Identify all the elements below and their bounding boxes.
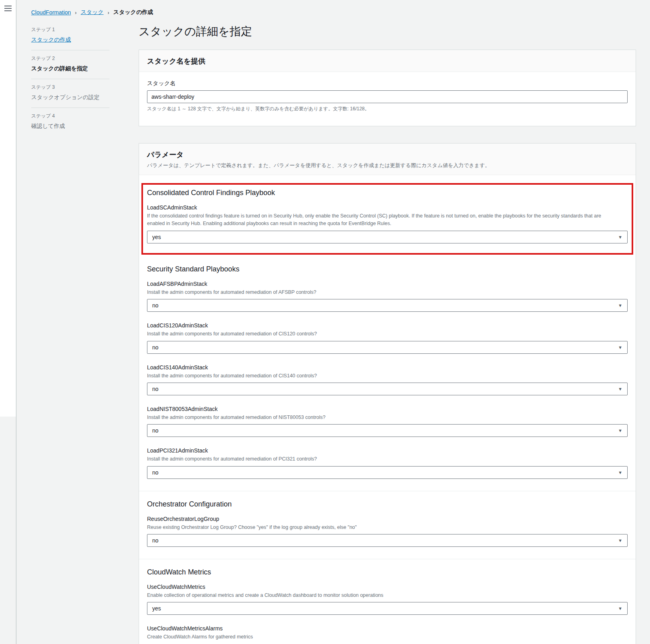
stack-name-panel-header: スタック名を提供: [139, 50, 636, 72]
step-2-label: ステップ 2: [31, 55, 109, 62]
group-heading-cloudwatch-metrics: CloudWatch Metrics: [147, 568, 628, 576]
param-field-ReuseOrchestratorLogGroup: ReuseOrchestratorLogGroupReuse existing …: [147, 516, 628, 547]
chevron-down-icon: ▼: [618, 235, 622, 239]
stack-name-panel-body: スタック名 aws-sharr-deploy スタック名は 1 ～ 128 文字…: [139, 72, 636, 126]
LoadCIS140AdminStack-select[interactable]: no▼: [147, 383, 628, 395]
breadcrumb-link-stacks[interactable]: スタック: [81, 9, 103, 16]
stack-name-panel-title: スタック名を提供: [147, 56, 628, 66]
page-content: CloudFormation › スタック › スタックの作成 ステップ 1 ス…: [16, 0, 650, 644]
breadcrumb-current: スタックの作成: [113, 9, 153, 16]
chevron-down-icon: ▼: [618, 428, 622, 433]
UseCloudWatchMetrics-description: Enable collection of operational metrics…: [147, 592, 612, 599]
param-field-UseCloudWatchMetricsAlarms: UseCloudWatchMetricsAlarmsCreate CloudWa…: [147, 625, 628, 644]
stack-name-helper-text: スタック名は 1 ～ 128 文字で、文字から始まり、英数字のみを含む必要があり…: [147, 106, 628, 112]
group-heading-consolidated-control-findings-playbook: Consolidated Control Findings Playbook: [147, 189, 628, 197]
parameters-panel-title: パラメータ: [147, 150, 628, 160]
LoadPCI321AdminStack-label: LoadPCI321AdminStack: [147, 447, 628, 454]
param-field-UseCloudWatchMetrics: UseCloudWatchMetricsEnable collection of…: [147, 584, 628, 615]
chevron-down-icon: ▼: [618, 387, 622, 391]
LoadPCI321AdminStack-select[interactable]: no▼: [147, 466, 628, 479]
chevron-down-icon: ▼: [618, 345, 622, 350]
LoadAFSBPAdminStack-label: LoadAFSBPAdminStack: [147, 281, 628, 287]
UseCloudWatchMetrics-selected-value: yes: [152, 605, 161, 612]
page-title: スタックの詳細を指定: [139, 22, 636, 50]
step-1-block: ステップ 1 スタックの作成: [31, 22, 109, 50]
ReuseOrchestratorLogGroup-description: Reuse existing Orchestrator Log Group? C…: [147, 524, 612, 531]
param-field-LoadNIST80053AdminStack: LoadNIST80053AdminStackInstall the admin…: [147, 406, 628, 437]
chevron-down-icon: ▼: [618, 303, 622, 308]
param-group-cloudwatch-metrics: CloudWatch MetricsUseCloudWatchMetricsEn…: [147, 568, 628, 644]
ReuseOrchestratorLogGroup-select[interactable]: no▼: [147, 534, 628, 547]
param-group-security-standard-playbooks: Security Standard PlaybooksLoadAFSBPAdmi…: [147, 265, 628, 479]
UseCloudWatchMetrics-label: UseCloudWatchMetrics: [147, 584, 628, 590]
LoadCIS120AdminStack-selected-value: no: [152, 344, 159, 351]
LoadSCAdminStack-select[interactable]: yes▼: [147, 231, 628, 243]
LoadPCI321AdminStack-selected-value: no: [152, 469, 159, 476]
step-4-label: ステップ 4: [31, 113, 109, 120]
LoadNIST80053AdminStack-description: Install the admin components for automat…: [147, 414, 612, 421]
main-column: スタックの詳細を指定 スタック名を提供 スタック名 aws-sharr-depl…: [139, 22, 636, 644]
ReuseOrchestratorLogGroup-selected-value: no: [152, 537, 159, 544]
collapsed-side-navigation: [0, 0, 16, 417]
stack-name-panel: スタック名を提供 スタック名 aws-sharr-deploy スタック名は 1…: [139, 50, 636, 126]
LoadNIST80053AdminStack-selected-value: no: [152, 427, 159, 434]
step-2-title: スタックの詳細を指定: [31, 65, 109, 72]
LoadSCAdminStack-description: If the consolidated control findings fea…: [147, 212, 612, 228]
step-1-link[interactable]: スタックの作成: [31, 36, 109, 44]
step-3-label: ステップ 3: [31, 84, 109, 91]
LoadPCI321AdminStack-description: Install the admin components for automat…: [147, 455, 612, 463]
LoadCIS140AdminStack-description: Install the admin components for automat…: [147, 372, 612, 380]
LoadNIST80053AdminStack-label: LoadNIST80053AdminStack: [147, 406, 628, 412]
UseCloudWatchMetricsAlarms-description: Create CloudWatch Alarms for gathered me…: [147, 633, 612, 641]
param-field-LoadCIS120AdminStack: LoadCIS120AdminStackInstall the admin co…: [147, 322, 628, 353]
LoadAFSBPAdminStack-selected-value: no: [152, 302, 159, 309]
chevron-down-icon: ▼: [618, 470, 622, 475]
chevron-down-icon: ▼: [618, 538, 622, 543]
hamburger-menu-icon[interactable]: [4, 6, 16, 11]
breadcrumb: CloudFormation › スタック › スタックの作成: [31, 9, 650, 16]
step-4-block: ステップ 4 確認して作成: [31, 108, 109, 136]
LoadCIS120AdminStack-label: LoadCIS120AdminStack: [147, 322, 628, 329]
parameters-panel-description: パラメータは、テンプレートで定義されます。また、パラメータを使用すると、スタック…: [147, 162, 628, 169]
breadcrumb-separator-icon: ›: [107, 10, 109, 16]
step-2-block: ステップ 2 スタックの詳細を指定: [31, 50, 109, 79]
group-divider: [139, 491, 636, 491]
parameters-panel: パラメータ パラメータは、テンプレートで定義されます。また、パラメータを使用する…: [139, 143, 636, 644]
LoadSCAdminStack-label: LoadSCAdminStack: [147, 204, 628, 211]
param-field-LoadPCI321AdminStack: LoadPCI321AdminStackInstall the admin co…: [147, 447, 628, 479]
step-1-label: ステップ 1: [31, 26, 109, 33]
breadcrumb-link-cloudformation[interactable]: CloudFormation: [31, 9, 71, 16]
side-navigation-border: [16, 0, 16, 644]
ReuseOrchestratorLogGroup-label: ReuseOrchestratorLogGroup: [147, 516, 628, 522]
step-4-title: 確認して作成: [31, 123, 109, 130]
wizard-steps-nav: ステップ 1 スタックの作成 ステップ 2 スタックの詳細を指定 ステップ 3 …: [31, 22, 109, 136]
param-group-consolidated-control-findings-playbook: Consolidated Control Findings PlaybookLo…: [141, 183, 633, 255]
group-heading-orchestrator-configuration: Orchestrator Configuration: [147, 500, 628, 508]
stack-name-input[interactable]: aws-sharr-deploy: [147, 90, 628, 103]
group-heading-security-standard-playbooks: Security Standard Playbooks: [147, 265, 628, 273]
LoadCIS140AdminStack-label: LoadCIS140AdminStack: [147, 364, 628, 371]
stack-name-label: スタック名: [147, 80, 628, 87]
LoadAFSBPAdminStack-description: Install the admin components for automat…: [147, 289, 612, 296]
LoadCIS120AdminStack-description: Install the admin components for automat…: [147, 330, 612, 338]
LoadNIST80053AdminStack-select[interactable]: no▼: [147, 424, 628, 437]
UseCloudWatchMetrics-select[interactable]: yes▼: [147, 602, 628, 615]
step-3-block: ステップ 3 スタックオプションの設定: [31, 79, 109, 108]
param-groups: Consolidated Control Findings PlaybookLo…: [139, 175, 636, 644]
chevron-down-icon: ▼: [618, 606, 622, 611]
parameters-panel-header: パラメータ パラメータは、テンプレートで定義されます。また、パラメータを使用する…: [139, 144, 636, 175]
param-group-orchestrator-configuration: Orchestrator ConfigurationReuseOrchestra…: [147, 500, 628, 547]
group-divider: [139, 559, 636, 559]
UseCloudWatchMetricsAlarms-label: UseCloudWatchMetricsAlarms: [147, 625, 628, 632]
param-field-LoadCIS140AdminStack: LoadCIS140AdminStackInstall the admin co…: [147, 364, 628, 395]
LoadAFSBPAdminStack-select[interactable]: no▼: [147, 299, 628, 312]
LoadCIS140AdminStack-selected-value: no: [152, 386, 159, 392]
LoadCIS120AdminStack-select[interactable]: no▼: [147, 341, 628, 354]
param-field-LoadSCAdminStack: LoadSCAdminStackIf the consolidated cont…: [147, 204, 628, 243]
param-field-LoadAFSBPAdminStack: LoadAFSBPAdminStackInstall the admin com…: [147, 281, 628, 312]
step-3-title: スタックオプションの設定: [31, 94, 109, 101]
breadcrumb-separator-icon: ›: [75, 10, 77, 16]
LoadSCAdminStack-selected-value: yes: [152, 234, 161, 240]
